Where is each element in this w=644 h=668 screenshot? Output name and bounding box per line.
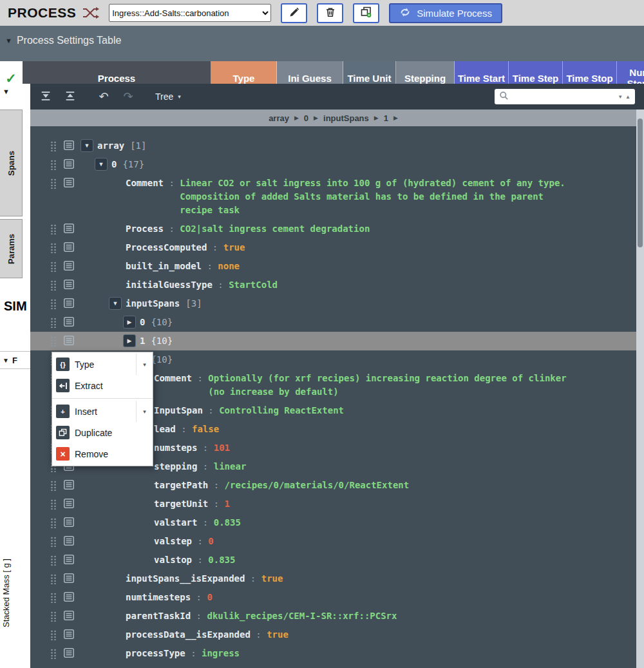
- row-actions-button[interactable]: [63, 648, 75, 659]
- drag-handle-icon[interactable]: [50, 537, 57, 547]
- undo-button[interactable]: ↶: [95, 88, 113, 106]
- drag-handle-icon[interactable]: [50, 336, 57, 347]
- row-actions-button[interactable]: [63, 629, 75, 640]
- row-actions-button[interactable]: [63, 480, 75, 491]
- submenu-caret-icon[interactable]: ▾: [136, 354, 153, 375]
- collapse-all-button[interactable]: [61, 88, 79, 106]
- row-actions-button[interactable]: [63, 611, 75, 622]
- node-key[interactable]: InputSpan: [154, 405, 203, 415]
- drag-handle-icon[interactable]: [50, 299, 57, 309]
- node-value[interactable]: CO2|salt ingress cement degradation: [180, 224, 370, 234]
- submenu-caret-icon[interactable]: ▾: [136, 401, 153, 422]
- row-actions-button[interactable]: [63, 298, 75, 309]
- node-key[interactable]: lead: [154, 424, 176, 434]
- node-value[interactable]: 0.835: [208, 555, 235, 565]
- drag-handle-icon[interactable]: [50, 318, 57, 328]
- menu-item-insert[interactable]: + Insert ▾: [52, 401, 153, 422]
- row-actions-button[interactable]: [63, 336, 75, 347]
- row-group-collapse-icon[interactable]: ▼: [3, 88, 10, 95]
- node-value[interactable]: true: [223, 242, 245, 253]
- node-key[interactable]: 1: [140, 336, 145, 346]
- figure-collapse-icon[interactable]: ▼: [3, 357, 9, 364]
- collapse-triangle-icon[interactable]: ▼: [5, 37, 12, 44]
- row-actions-button[interactable]: [63, 573, 75, 584]
- menu-item-remove[interactable]: × Remove: [52, 443, 153, 464]
- node-value[interactable]: none: [218, 261, 240, 271]
- node-key[interactable]: 0: [140, 317, 145, 327]
- drag-handle-icon[interactable]: [50, 141, 57, 151]
- row-actions-button[interactable]: [63, 592, 75, 603]
- node-value[interactable]: Optionally (for xrf recipes) increasing …: [208, 372, 569, 399]
- breadcrumb-item[interactable]: array: [269, 113, 289, 123]
- node-key[interactable]: initialGuessType: [126, 280, 213, 290]
- drag-handle-icon[interactable]: [50, 243, 57, 253]
- expand-toggle[interactable]: ▼: [109, 297, 122, 310]
- node-key[interactable]: processData__isExpanded: [126, 629, 251, 640]
- drag-handle-icon[interactable]: [50, 481, 57, 491]
- drag-handle-icon[interactable]: [50, 262, 57, 272]
- search-input[interactable]: [513, 91, 614, 102]
- node-value[interactable]: 0: [207, 592, 212, 602]
- node-key[interactable]: valstep: [154, 536, 192, 546]
- node-key[interactable]: numtimesteps: [126, 592, 191, 602]
- drag-handle-icon[interactable]: [50, 649, 57, 659]
- process-select[interactable]: Ingress::Add-Salts::carbonation: [109, 4, 271, 22]
- drag-handle-icon[interactable]: [50, 593, 57, 603]
- drag-handle-icon[interactable]: [50, 611, 57, 622]
- drag-handle-icon[interactable]: [50, 224, 57, 234]
- scrollbar-thumb[interactable]: [638, 119, 643, 247]
- mode-select-button[interactable]: Tree ▾: [151, 91, 185, 102]
- expand-toggle[interactable]: ▼: [80, 139, 93, 152]
- drag-handle-icon[interactable]: [50, 518, 57, 528]
- node-value[interactable]: /recipes/0/materials/0/ReactExtent: [225, 480, 410, 490]
- expand-toggle[interactable]: ▶: [123, 334, 136, 347]
- search-prev-icon[interactable]: ▲: [625, 94, 630, 100]
- row-actions-button[interactable]: [63, 224, 75, 234]
- row-actions-button[interactable]: [63, 159, 75, 170]
- node-value[interactable]: true: [261, 573, 283, 584]
- row-group-params[interactable]: Params: [0, 219, 23, 278]
- node-value[interactable]: Linear CO2 or salt ingress into 100 g of…: [180, 177, 579, 217]
- node-value[interactable]: dkulik_recipes/CEM-I-SR::xrf::PCSrx: [207, 611, 397, 621]
- row-actions-button[interactable]: [63, 261, 75, 272]
- row-actions-button[interactable]: [63, 517, 75, 528]
- clone-button[interactable]: [353, 3, 379, 23]
- delete-button[interactable]: [317, 3, 343, 23]
- expand-toggle[interactable]: ▼: [95, 158, 108, 171]
- node-value[interactable]: 0.835: [214, 517, 241, 528]
- node-key[interactable]: valstart: [154, 517, 197, 528]
- row-actions-button[interactable]: [63, 242, 75, 253]
- node-value[interactable]: false: [192, 424, 219, 434]
- node-key[interactable]: Process: [126, 224, 164, 234]
- menu-item-duplicate[interactable]: Duplicate: [52, 422, 153, 443]
- editor-scrollbar[interactable]: [636, 110, 644, 668]
- drag-handle-icon[interactable]: [50, 160, 57, 170]
- node-key[interactable]: ProcessComputed: [126, 242, 207, 253]
- node-key[interactable]: inputSpans: [126, 298, 180, 309]
- row-actions-button[interactable]: [63, 536, 75, 547]
- node-key[interactable]: processType: [126, 648, 185, 658]
- expand-all-button[interactable]: [37, 88, 55, 106]
- node-key[interactable]: built_in_model: [126, 261, 202, 271]
- node-value[interactable]: 0: [208, 536, 213, 546]
- drag-handle-icon[interactable]: [50, 574, 57, 584]
- menu-item-extract[interactable]: Extract: [52, 375, 153, 396]
- node-key[interactable]: parentTaskId: [126, 611, 191, 621]
- node-value[interactable]: 1: [225, 499, 230, 509]
- node-value[interactable]: StartCold: [229, 280, 278, 290]
- menu-item-type[interactable]: {} Type ▾: [52, 354, 153, 375]
- node-value[interactable]: ingress: [202, 648, 240, 658]
- node-key[interactable]: stepping: [154, 461, 197, 472]
- redo-button[interactable]: ↷: [119, 88, 137, 106]
- drag-handle-icon[interactable]: [50, 555, 57, 566]
- drag-handle-icon[interactable]: [50, 630, 57, 640]
- breadcrumb-item[interactable]: inputSpans: [323, 113, 369, 123]
- node-key[interactable]: Comment: [126, 178, 164, 188]
- node-key[interactable]: valstop: [154, 555, 192, 565]
- node-key[interactable]: Comment: [154, 373, 192, 383]
- drag-handle-icon[interactable]: [50, 499, 57, 510]
- node-key[interactable]: numsteps: [154, 443, 197, 453]
- node-value[interactable]: linear: [214, 461, 247, 472]
- row-actions-button[interactable]: [63, 317, 75, 328]
- node-value[interactable]: true: [267, 629, 289, 640]
